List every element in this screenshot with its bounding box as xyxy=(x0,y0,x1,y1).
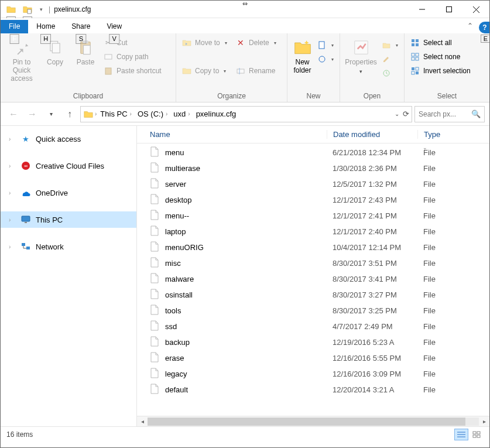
svg-rect-28 xyxy=(412,71,414,74)
back-button[interactable]: ← xyxy=(5,106,22,122)
column-header-type[interactable]: Type xyxy=(417,130,464,139)
button-label: Properties xyxy=(345,59,377,67)
table-row[interactable]: tools8/30/2017 3:25 PMFile xyxy=(150,303,489,319)
table-row[interactable]: osinstall8/30/2017 3:27 PMFile xyxy=(150,287,489,303)
thumbnails-view-button[interactable] xyxy=(470,429,484,440)
file-name: legacy xyxy=(165,370,187,378)
tab-share[interactable]: Share S xyxy=(63,20,98,33)
recent-locations-button[interactable]: ▾ xyxy=(43,106,59,122)
minimize-button[interactable] xyxy=(409,1,436,18)
new-item-button[interactable]: ▾ xyxy=(315,38,336,52)
expander-icon[interactable]: › xyxy=(9,217,16,223)
table-row[interactable]: erase12/16/2016 5:55 PMFile xyxy=(150,350,489,366)
chevron-right-icon: › xyxy=(130,111,132,117)
invert-selection-icon xyxy=(410,66,420,76)
easy-access-icon xyxy=(317,54,327,64)
select-none-button[interactable]: Select none xyxy=(408,50,473,64)
copy-path-button[interactable]: Copy path xyxy=(101,50,164,64)
horizontal-scrollbar[interactable]: ◂ ▸ xyxy=(137,416,489,426)
properties-button[interactable]: Properties ▾ xyxy=(344,36,378,74)
rename-button[interactable]: Rename xyxy=(234,64,283,78)
delete-button[interactable]: ✕Delete▾ xyxy=(234,36,283,50)
pin-to-quick-access-button[interactable]: Pin to Quick access xyxy=(4,36,39,83)
expander-icon[interactable]: › xyxy=(9,136,16,142)
table-row[interactable]: menu6/21/2018 12:34 PMFile xyxy=(150,145,489,160)
address-bar[interactable]: › This PC› OS (C:)› uxd› pxelinux.cfg ⌄ … xyxy=(80,106,412,122)
scrollbar-track[interactable] xyxy=(148,418,479,426)
move-to-button[interactable]: Move to▾ xyxy=(180,36,232,50)
scroll-left-icon[interactable]: ◂ xyxy=(137,418,148,425)
table-row[interactable]: legacy12/16/2016 3:09 PMFile xyxy=(150,366,489,382)
paste-button[interactable]: Paste xyxy=(71,36,100,67)
breadcrumb-item[interactable]: This PC› xyxy=(98,110,134,118)
sidebar-item-quick-access[interactable]: › ★ Quick access xyxy=(1,131,136,147)
table-row[interactable]: ssd4/7/2017 2:49 PMFile xyxy=(150,319,489,334)
sidebar-item-label: Network xyxy=(36,242,64,251)
refresh-button[interactable]: ⟳ xyxy=(403,110,409,118)
tab-view[interactable]: View V xyxy=(98,20,130,33)
breadcrumb-item[interactable]: OS (C:)› xyxy=(135,110,170,118)
svg-rect-34 xyxy=(22,243,25,246)
monitor-icon xyxy=(20,214,31,225)
sidebar-item-onedrive[interactable]: › OneDrive xyxy=(1,184,136,201)
qat-properties-icon[interactable]: 2 xyxy=(20,3,35,16)
address-dropdown-button[interactable]: ⌄ xyxy=(395,111,399,117)
copy-to-button[interactable]: Copy to▾ xyxy=(180,64,232,78)
maximize-button[interactable] xyxy=(436,1,462,18)
table-row[interactable]: misc8/30/2017 3:51 PMFile xyxy=(150,255,489,271)
tab-file[interactable]: File F xyxy=(1,20,28,33)
table-row[interactable]: backup12/19/2016 5:23 AFile xyxy=(150,334,489,350)
help-button[interactable]: ? xyxy=(479,22,490,33)
details-view-button[interactable] xyxy=(454,429,468,440)
qat-folder-icon[interactable]: 1 xyxy=(4,3,18,16)
move-to-icon xyxy=(182,38,191,47)
table-row[interactable]: malware8/30/2017 3:41 PMFile xyxy=(150,271,489,287)
breadcrumb-item[interactable]: pxelinux.cfg xyxy=(194,110,239,118)
expander-icon[interactable]: › xyxy=(9,163,16,169)
up-button[interactable]: ↑ xyxy=(61,106,78,122)
sidebar-item-network[interactable]: › Network xyxy=(1,238,136,255)
file-type: File xyxy=(417,243,464,252)
file-name: menu-- xyxy=(165,211,189,220)
onedrive-icon xyxy=(20,187,31,198)
search-input[interactable]: Search px... 🔍 xyxy=(414,106,485,122)
edit-button[interactable] xyxy=(379,52,400,66)
collapse-ribbon-button[interactable]: ⌃ xyxy=(467,22,473,30)
file-type: File xyxy=(417,148,464,157)
sidebar-item-creative-cloud[interactable]: › ∞ Creative Cloud Files xyxy=(1,158,136,174)
open-button[interactable]: ▾ xyxy=(379,38,400,52)
copy-path-icon xyxy=(104,52,113,61)
resize-handle-icon[interactable]: ⇔ xyxy=(242,0,248,8)
close-button[interactable] xyxy=(462,1,489,18)
table-row[interactable]: server12/5/2017 1:32 PMFile xyxy=(150,176,489,192)
file-type: File xyxy=(417,306,464,315)
qat-customize-dropdown[interactable]: ▾ xyxy=(37,3,45,16)
forward-button[interactable]: → xyxy=(24,106,40,122)
chevron-right-icon[interactable]: › xyxy=(95,111,97,117)
invert-selection-button[interactable]: Invert selection xyxy=(408,64,473,78)
table-row[interactable]: menuORIG10/4/2017 12:14 PMFile xyxy=(150,240,489,255)
new-folder-button[interactable]: New folder xyxy=(291,36,314,75)
table-row[interactable]: default12/20/2014 3:21 AFile xyxy=(150,382,489,398)
paste-shortcut-button[interactable]: Paste shortcut xyxy=(101,64,164,78)
file-icon xyxy=(150,384,159,396)
column-header-date[interactable]: Date modified xyxy=(327,130,417,139)
copy-button[interactable]: Copy xyxy=(40,36,70,67)
scrollbar-thumb[interactable] xyxy=(148,418,465,426)
select-all-button[interactable]: Select all xyxy=(408,36,473,50)
expander-icon[interactable]: › xyxy=(9,244,16,250)
tab-home[interactable]: Home H xyxy=(28,20,63,33)
expander-icon[interactable]: › xyxy=(9,190,16,196)
table-row[interactable]: laptop12/1/2017 2:40 PMFile xyxy=(150,224,489,240)
history-button[interactable] xyxy=(379,66,400,80)
table-row[interactable]: menu--12/1/2017 2:41 PMFile xyxy=(150,208,489,224)
column-header-name[interactable]: Name xyxy=(150,130,327,139)
copy-icon xyxy=(46,38,64,57)
scroll-right-icon[interactable]: ▸ xyxy=(479,418,489,425)
sidebar-item-this-pc[interactable]: › This PC xyxy=(1,211,136,228)
breadcrumb-item[interactable]: uxd› xyxy=(171,110,192,118)
easy-access-button[interactable]: ▾ xyxy=(315,52,336,66)
file-icon xyxy=(150,257,159,269)
table-row[interactable]: multierase1/30/2018 2:36 PMFile xyxy=(150,160,489,176)
table-row[interactable]: desktop12/1/2017 2:43 PMFile xyxy=(150,192,489,208)
